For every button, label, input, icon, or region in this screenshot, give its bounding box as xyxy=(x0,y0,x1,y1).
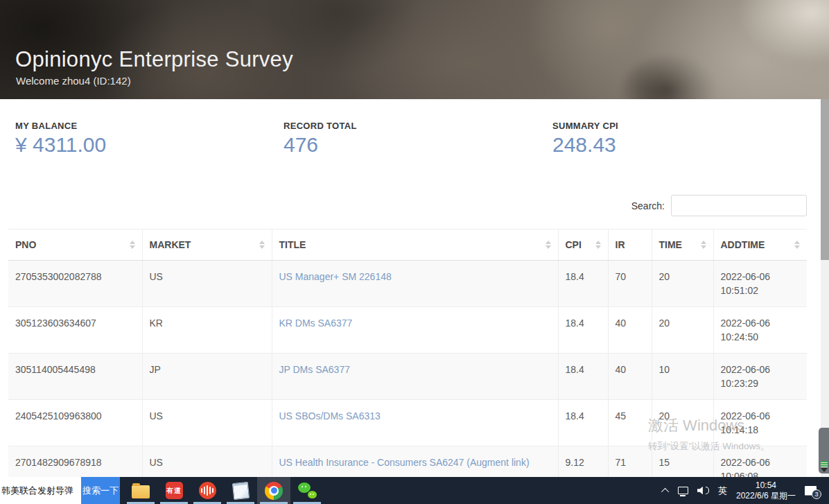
taskbar-wechat[interactable] xyxy=(290,477,324,504)
download-widget-icon[interactable] xyxy=(819,428,829,473)
table-row: 2405425109963800 US US SBOs/DMs SA6313 1… xyxy=(8,400,807,446)
ir-cell: 40 xyxy=(608,354,652,400)
table-row: 2705353002082788 US US Manager+ SM 22614… xyxy=(8,261,807,307)
taskbar-ximalaya[interactable] xyxy=(191,477,224,504)
addtime-clock: 10:24:50 xyxy=(721,330,801,344)
cpi-cell: 18.4 xyxy=(558,307,608,354)
taskbar-file-explorer[interactable] xyxy=(124,477,157,504)
taskbar-app-icons: 有道 xyxy=(124,477,324,504)
windows-taskbar: 韩美联合发射导弹 搜索一下 有道 xyxy=(0,477,829,504)
column-header[interactable]: TIME xyxy=(652,229,713,261)
addtime-cell: 2022-06-06 10:14:18 xyxy=(713,400,807,446)
sort-icon[interactable] xyxy=(259,241,265,249)
addtime-cell: 2022-06-06 10:24:50 xyxy=(713,307,807,354)
addtime-clock: 10:14:18 xyxy=(721,423,801,437)
stat-label: SUMMARY CPI xyxy=(552,121,618,131)
notification-badge: 3 xyxy=(812,489,821,499)
column-header[interactable]: TITLE xyxy=(272,229,558,261)
survey-title-link[interactable]: JP DMs SA6377 xyxy=(279,364,350,375)
addtime-clock: 10:51:02 xyxy=(721,284,801,297)
title-cell: US SBOs/DMs SA6313 xyxy=(272,400,558,446)
tray-chevron-up-icon[interactable] xyxy=(661,487,669,495)
ir-cell: 45 xyxy=(608,400,652,446)
survey-title-link[interactable]: KR DMs SA6377 xyxy=(279,318,353,329)
column-header[interactable]: MARKET xyxy=(142,229,272,261)
page-scrollbar-thumb[interactable] xyxy=(821,99,829,260)
survey-title-link[interactable]: US Manager+ SM 226148 xyxy=(279,271,392,282)
desktop-screen: Opinionyc Enterprise Survey Welcome zhou… xyxy=(0,0,829,504)
table-header-row: PNO MARKET TITLE CPI IR TIME xyxy=(8,229,807,261)
action-center[interactable]: 3 xyxy=(805,486,817,496)
table-search: Search: xyxy=(631,195,807,216)
search-input[interactable] xyxy=(671,195,807,216)
notepad-icon xyxy=(232,481,249,499)
addtime-date: 2022-06-06 xyxy=(721,455,801,469)
taskbar-clock[interactable]: 10:54 2022/6/6 星期一 xyxy=(736,480,796,501)
column-header[interactable]: PNO xyxy=(8,229,142,261)
stat-value: ¥ 4311.00 xyxy=(15,133,106,157)
time-cell: 10 xyxy=(652,354,713,400)
column-header[interactable]: ADDTIME xyxy=(713,229,807,261)
title-cell: US Manager+ SM 226148 xyxy=(272,261,558,307)
hero-banner: Opinionyc Enterprise Survey Welcome zhou… xyxy=(0,0,829,99)
pno-cell: 305123603634607 xyxy=(8,307,142,354)
surveys-table: PNO MARKET TITLE CPI IR TIME xyxy=(8,229,807,493)
sort-icon[interactable] xyxy=(546,241,551,249)
stat-my-balance: MY BALANCE ¥ 4311.00 xyxy=(15,121,106,157)
pno-cell: 2405425109963800 xyxy=(8,400,142,446)
search-label: Search: xyxy=(631,200,665,211)
stat-summary-cpi: SUMMARY CPI 248.43 xyxy=(552,121,618,157)
table-row: 305123603634607 KR KR DMs SA6377 18.4 40… xyxy=(8,307,807,354)
file-explorer-icon xyxy=(132,485,150,498)
addtime-date: 2022-06-06 xyxy=(721,270,801,284)
ime-indicator[interactable]: 英 xyxy=(718,485,727,497)
survey-title-link[interactable]: US Health Insurance - Consumers SA6247 (… xyxy=(279,457,530,468)
ximalaya-icon xyxy=(199,482,216,499)
addtime-cell: 2022-06-06 10:23:29 xyxy=(713,354,807,400)
table-row: 305114005445498 JP JP DMs SA6377 18.4 40… xyxy=(8,354,807,400)
addtime-cell: 2022-06-06 10:51:02 xyxy=(713,261,807,307)
market-cell: US xyxy=(142,400,272,446)
title-cell: KR DMs SA6377 xyxy=(272,307,558,354)
stat-value: 248.43 xyxy=(552,133,618,157)
sort-icon[interactable] xyxy=(701,241,706,249)
time-cell: 20 xyxy=(652,307,713,354)
page-scrollbar-track[interactable] xyxy=(821,99,829,477)
pno-cell: 305114005445498 xyxy=(8,354,142,400)
stat-label: RECORD TOTAL xyxy=(283,121,357,131)
taskbar-chrome[interactable] xyxy=(257,477,290,504)
cpi-cell: 18.4 xyxy=(558,400,608,446)
clock-time: 10:54 xyxy=(756,480,776,491)
stat-label: MY BALANCE xyxy=(15,121,106,131)
column-header[interactable]: CPI xyxy=(558,229,608,261)
survey-title-link[interactable]: US SBOs/DMs SA6313 xyxy=(279,410,381,422)
stat-record-total: RECORD TOTAL 476 xyxy=(283,121,357,157)
addtime-date: 2022-06-06 xyxy=(721,316,801,330)
welcome-text: Welcome zhou4 (ID:142) xyxy=(16,75,131,87)
taskbar-search-box[interactable]: 韩美联合发射导弹 xyxy=(0,477,81,504)
taskbar-search-button[interactable]: 搜索一下 xyxy=(81,477,120,504)
sort-icon[interactable] xyxy=(794,241,800,249)
sort-icon[interactable] xyxy=(130,241,135,249)
taskbar-youdao[interactable]: 有道 xyxy=(157,477,191,504)
system-tray: 英 10:54 2022/6/6 星期一 3 xyxy=(663,477,829,504)
taskbar-notepad[interactable] xyxy=(224,477,257,504)
table-body: 2705353002082788 US US Manager+ SM 22614… xyxy=(8,261,807,493)
network-icon[interactable] xyxy=(678,487,688,494)
pno-cell: 2705353002082788 xyxy=(8,261,142,307)
youdao-icon: 有道 xyxy=(166,482,183,499)
download-arrow-icon xyxy=(821,468,828,472)
cpi-cell: 18.4 xyxy=(558,261,608,307)
market-cell: US xyxy=(142,261,272,307)
market-cell: JP xyxy=(142,354,272,400)
market-cell: KR xyxy=(142,307,272,354)
sort-icon[interactable] xyxy=(595,241,601,249)
page-title: Opinionyc Enterprise Survey xyxy=(15,47,293,72)
column-header[interactable]: IR xyxy=(608,229,652,261)
download-stripes-icon xyxy=(821,461,828,467)
volume-icon[interactable] xyxy=(697,487,709,495)
cpi-cell: 18.4 xyxy=(558,354,608,400)
addtime-date: 2022-06-06 xyxy=(721,409,801,423)
ir-cell: 70 xyxy=(608,261,652,307)
addtime-clock: 10:23:29 xyxy=(721,376,801,390)
